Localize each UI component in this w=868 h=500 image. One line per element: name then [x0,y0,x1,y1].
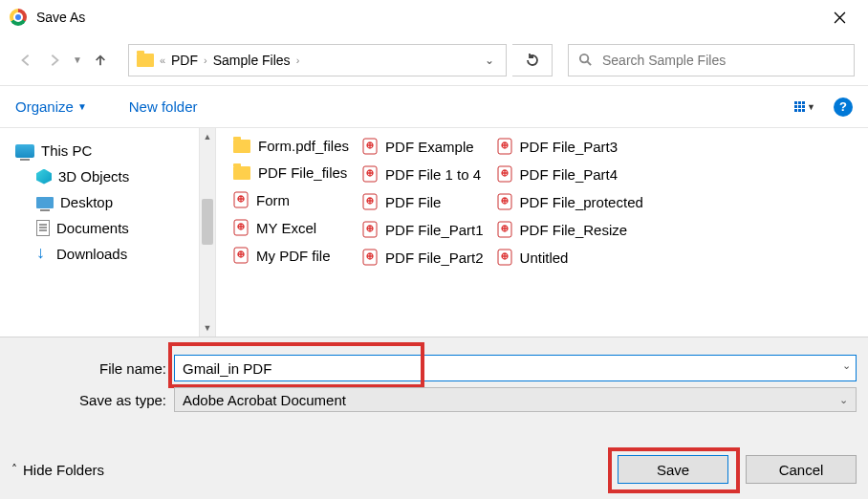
file-item[interactable]: PDF File 1 to 4 [362,165,484,183]
save-type-value: Adobe Acrobat Document [183,392,346,408]
main-area: This PC 3D Objects Desktop Documents ↓ D… [0,128,868,337]
filename-dropdown[interactable]: ⌄ [842,359,851,372]
document-icon [36,220,50,236]
refresh-button[interactable] [512,44,553,76]
file-label: PDF File_protected [520,194,643,210]
file-item[interactable]: Form.pdf_files [233,138,349,154]
hide-folders-label: Hide Folders [23,462,104,478]
pdf-icon [362,193,378,210]
new-folder-button[interactable]: New folder [129,98,198,115]
pdf-icon [497,193,512,210]
search-icon [578,53,593,67]
file-item[interactable]: Form [233,191,349,208]
pdf-icon [497,138,512,155]
tree-item-3d-objects[interactable]: 3D Objects [11,163,199,189]
pc-icon [15,144,34,158]
file-label: Untitled [520,250,569,266]
tree-item-downloads[interactable]: ↓ Downloads [11,241,199,267]
file-item[interactable]: PDF File_Resize [497,221,643,238]
scroll-down-icon[interactable]: ▼ [200,319,215,337]
breadcrumb-prefix: « [160,54,165,66]
chevron-icon: › [296,54,300,66]
navigation-tree: This PC 3D Objects Desktop Documents ↓ D… [0,128,199,337]
pdf-icon [233,247,249,264]
folder-icon [137,54,154,67]
pdf-icon [362,138,378,155]
pdf-icon [497,249,512,266]
file-label: PDF File_Part3 [520,139,618,155]
pdf-icon [497,221,512,238]
file-item[interactable]: Untitled [497,249,643,266]
file-label: MY Excel [256,220,316,236]
save-type-select[interactable]: Adobe Acrobat Document ⌄ [174,387,857,412]
navigation-bar: ▼ « PDF › Sample Files › ⌄ [0,34,868,86]
file-label: My PDF file [256,248,331,264]
tree-item-desktop[interactable]: Desktop [11,189,199,215]
folder-icon [233,166,250,180]
hide-folders-button[interactable]: ˄ Hide Folders [11,462,104,478]
file-label: PDF File 1 to 4 [385,166,481,183]
breadcrumb-item[interactable]: PDF [171,53,198,68]
help-button[interactable]: ? [834,98,853,117]
file-label: PDF Example [385,139,474,155]
toolbar: Organize ▼ New folder ▼ ? [0,86,868,128]
folder-icon [233,140,250,153]
tree-label: Documents [56,220,129,236]
caret-down-icon: ▼ [807,102,815,112]
file-item[interactable]: PDF File [362,193,484,210]
recent-dropdown[interactable]: ▼ [71,54,84,65]
tree-item-this-pc[interactable]: This PC [11,138,199,163]
svg-point-0 [580,54,588,62]
tree-scrollbar[interactable]: ▲ ▼ [199,128,216,337]
view-icon [794,101,805,112]
chrome-icon [10,9,27,26]
desktop-icon [36,197,54,208]
file-item[interactable]: MY Excel [233,219,349,236]
pdf-icon [362,249,378,266]
scroll-up-icon[interactable]: ▲ [200,128,215,145]
file-item[interactable]: PDF File_Part3 [497,138,643,155]
close-button[interactable] [820,3,858,32]
file-item[interactable]: PDF File_Part1 [362,221,484,238]
download-icon: ↓ [36,248,50,261]
cancel-button[interactable]: Cancel [746,455,857,484]
tree-item-documents[interactable]: Documents [11,215,199,241]
file-label: PDF File_Part1 [385,222,484,238]
tree-label: 3D Objects [58,168,129,185]
file-item[interactable]: PDF File_protected [497,193,643,210]
file-item[interactable]: PDF File_files [233,164,349,181]
nav-arrows: ▼ [13,48,113,73]
pdf-icon [233,191,249,208]
save-type-label: Save as type: [11,392,174,408]
file-label: PDF File [385,194,441,210]
filename-input[interactable] [174,355,857,381]
chevron-up-icon: ˄ [11,463,17,476]
up-button[interactable] [88,48,113,73]
back-button[interactable] [13,48,38,73]
breadcrumb: « PDF › Sample Files › [160,53,299,68]
change-view-button[interactable]: ▼ [788,94,822,120]
file-item[interactable]: PDF File_Part4 [497,165,643,183]
file-label: PDF File_Part2 [385,250,484,266]
scroll-thumb[interactable] [202,199,213,245]
file-item[interactable]: PDF Example [362,138,484,155]
search-box[interactable] [568,44,855,76]
pdf-icon [362,221,378,238]
file-label: PDF File_files [258,164,347,181]
address-bar[interactable]: « PDF › Sample Files › ⌄ [128,44,507,76]
form-area: File name: ⌄ Save as type: Adobe Acrobat… [0,337,868,499]
file-label: PDF File_Resize [520,222,628,238]
file-item[interactable]: PDF File_Part2 [362,249,484,266]
file-label: Form [256,192,290,208]
organize-button[interactable]: Organize ▼ [15,98,87,115]
breadcrumb-item[interactable]: Sample Files [213,53,291,68]
file-item[interactable]: My PDF file [233,247,349,264]
address-dropdown[interactable]: ⌄ [481,54,498,67]
forward-button[interactable] [42,48,67,73]
file-label: Form.pdf_files [258,138,349,154]
search-input[interactable] [600,52,844,69]
tree-label: Desktop [60,194,113,210]
organize-label: Organize [15,98,74,115]
window-title: Save As [36,10,820,25]
save-button[interactable]: Save [618,455,728,484]
